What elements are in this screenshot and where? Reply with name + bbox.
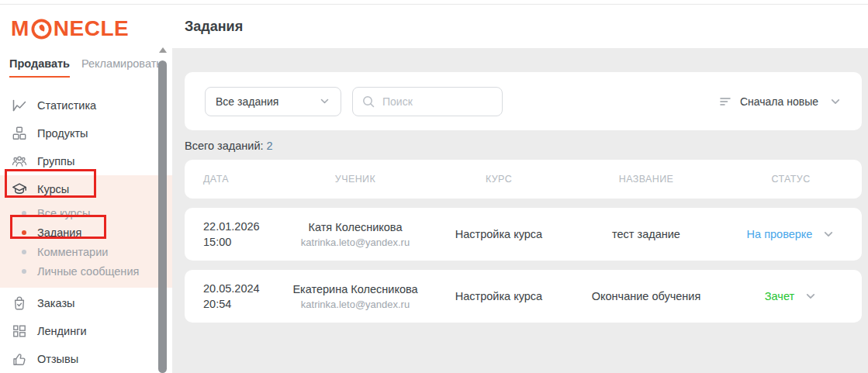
sidebar-item-label: Группы bbox=[37, 155, 74, 168]
student-cell: Катя Колесникова katrinka.leto@yandex.ru bbox=[285, 219, 425, 250]
sidebar-item-label: Курсы bbox=[37, 183, 69, 195]
logo-text-rest: NECLE bbox=[54, 16, 129, 41]
leaf-circle-icon bbox=[31, 19, 52, 40]
sidebar-item-label: Отзывы bbox=[37, 353, 78, 365]
sidebar-item-orders[interactable]: Заказы bbox=[0, 289, 172, 317]
sidebar-item-statistics[interactable]: Статистика bbox=[0, 92, 172, 119]
task-filter-value: Все задания bbox=[216, 95, 278, 108]
sidebar-item-label: Лендинги bbox=[37, 325, 87, 337]
scroll-up-arrow-icon[interactable] bbox=[159, 47, 167, 53]
task-date-cell: 22.01.2026 15:00 bbox=[185, 219, 285, 250]
bullet-icon bbox=[22, 250, 26, 254]
sidebar-item-courses[interactable]: Курсы bbox=[0, 175, 172, 203]
sidebar-item-label: Заказы bbox=[37, 297, 74, 309]
sidebar-subitem-label: Задания bbox=[37, 226, 81, 239]
tab-sell[interactable]: Продавать bbox=[9, 57, 70, 78]
table-header-row: ДАТА УЧЕНИК КУРС НАЗВАНИЕ СТАТУС bbox=[185, 160, 862, 199]
task-date: 22.01.2026 bbox=[203, 219, 285, 234]
landing-layout-icon bbox=[12, 323, 27, 339]
tasks-total-label: Всего заданий: bbox=[185, 140, 264, 152]
table-row[interactable]: 22.01.2026 15:00 Катя Колесникова katrin… bbox=[185, 208, 862, 261]
search-icon bbox=[361, 95, 375, 109]
thumb-up-icon bbox=[12, 351, 27, 367]
task-date: 20.05.2024 bbox=[203, 281, 285, 296]
main-area: Задания Все задания Сначала новые bbox=[172, 5, 868, 373]
task-date-cell: 20.05.2024 20:54 bbox=[185, 281, 285, 312]
sidebar: M NECLE Продавать Рекламировать Статисти… bbox=[0, 5, 172, 373]
sidebar-subitem-private-messages[interactable]: Личные сообщения bbox=[0, 261, 172, 281]
column-header-status: СТАТУС bbox=[720, 174, 862, 185]
brand-logo[interactable]: M NECLE bbox=[11, 16, 129, 41]
task-time: 20:54 bbox=[203, 296, 285, 312]
status-cell: На проверке bbox=[720, 228, 862, 240]
task-time: 15:00 bbox=[203, 234, 285, 250]
column-header-task: НАЗВАНИЕ bbox=[572, 174, 720, 185]
scrollbar-thumb[interactable] bbox=[158, 60, 167, 373]
cubes-icon bbox=[12, 126, 27, 141]
task-filter-select[interactable]: Все задания bbox=[205, 87, 341, 116]
logo-text-m: M bbox=[11, 16, 29, 41]
column-header-student: УЧЕНИК bbox=[285, 174, 425, 185]
chevron-down-icon bbox=[319, 95, 330, 107]
filter-toolbar: Все задания Сначала новые bbox=[185, 72, 862, 130]
chevron-down-icon[interactable] bbox=[822, 228, 835, 240]
column-header-date: ДАТА bbox=[185, 174, 285, 185]
content-area: Все задания Сначала новые bbox=[172, 48, 868, 373]
chevron-down-icon bbox=[829, 95, 842, 108]
status-badge: На проверке bbox=[747, 228, 813, 240]
chevron-down-icon[interactable] bbox=[804, 290, 817, 302]
column-header-course: КУРС bbox=[425, 174, 572, 185]
sidebar-subitem-tasks[interactable]: Задания bbox=[0, 223, 172, 242]
tasks-total-summary: Всего заданий:2 bbox=[185, 140, 862, 152]
sidebar-item-label: Продукты bbox=[37, 127, 88, 140]
search-input[interactable] bbox=[382, 95, 491, 108]
main-header: Задания bbox=[172, 5, 868, 48]
status-cell: Зачет bbox=[720, 290, 862, 302]
task-title-cell: Окончание обучения bbox=[572, 290, 720, 302]
student-cell: Екатерина Колесникова katrinka.leto@yand… bbox=[285, 281, 425, 312]
student-name: Екатерина Колесникова bbox=[285, 281, 425, 297]
sidebar-subitem-all-courses[interactable]: Все курсы bbox=[0, 203, 172, 223]
sidebar-subitem-label: Личные сообщения bbox=[37, 265, 139, 278]
tab-advertise[interactable]: Рекламировать bbox=[81, 57, 162, 78]
sort-lines-icon bbox=[719, 96, 732, 107]
tasks-total-count: 2 bbox=[267, 140, 273, 152]
status-badge: Зачет bbox=[765, 290, 794, 302]
sidebar-subitem-label: Все курсы bbox=[37, 207, 90, 219]
sidebar-item-products[interactable]: Продукты bbox=[0, 119, 172, 147]
bullet-icon bbox=[22, 269, 26, 274]
sidebar-scrollbar bbox=[157, 45, 168, 373]
search-field[interactable] bbox=[352, 87, 503, 116]
sort-control[interactable]: Сначала новые bbox=[719, 95, 842, 108]
student-email: katrinka.leto@yandex.ru bbox=[285, 297, 425, 312]
student-name: Катя Колесникова bbox=[285, 219, 425, 235]
sort-value: Сначала новые bbox=[740, 95, 818, 108]
people-icon bbox=[12, 154, 27, 169]
sidebar-item-reviews[interactable]: Отзывы bbox=[0, 345, 172, 373]
line-chart-icon bbox=[12, 98, 27, 113]
courses-active-section: Курсы Все курсы Задания Комментарии Личн… bbox=[0, 175, 172, 288]
sidebar-item-landings[interactable]: Лендинги bbox=[0, 317, 172, 345]
bullet-icon bbox=[22, 211, 26, 216]
page-title: Задания bbox=[185, 19, 243, 35]
course-cell: Настройка курса bbox=[425, 290, 572, 302]
order-bag-icon bbox=[12, 295, 27, 311]
course-cell: Настройка курса bbox=[425, 228, 572, 240]
sidebar-subitem-comments[interactable]: Комментарии bbox=[0, 242, 172, 261]
sidebar-item-groups[interactable]: Группы bbox=[0, 147, 172, 175]
sidebar-nav: Статистика Продукты Групп bbox=[0, 92, 172, 373]
graduation-cap-icon bbox=[12, 181, 27, 197]
table-row[interactable]: 20.05.2024 20:54 Екатерина Колесникова k… bbox=[185, 270, 862, 323]
sidebar-tabs: Продавать Рекламировать bbox=[9, 57, 162, 78]
sidebar-subitem-label: Комментарии bbox=[37, 246, 108, 258]
task-title-cell: тест задание bbox=[572, 228, 720, 240]
student-email: katrinka.leto@yandex.ru bbox=[285, 235, 425, 250]
sidebar-item-label: Статистика bbox=[37, 99, 96, 112]
bullet-icon bbox=[22, 230, 26, 235]
